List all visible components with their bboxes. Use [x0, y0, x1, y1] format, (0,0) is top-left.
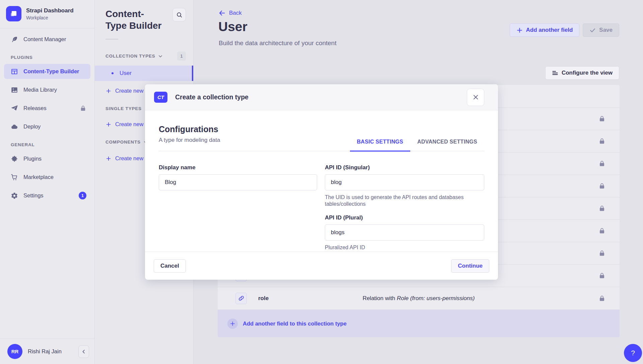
app-sidebar: Strapi Dashboard Workplace Content Manag…	[0, 0, 95, 364]
cancel-button[interactable]: Cancel	[154, 259, 186, 273]
create-collection-type-modal: CT Create a collection type Configuratio…	[145, 84, 498, 280]
page-subtitle: Build the data architecture of your cont…	[219, 39, 337, 47]
close-icon	[473, 94, 479, 100]
configurations-heading: Configurations	[159, 124, 220, 134]
plus-icon	[106, 156, 111, 161]
display-name-label: Display name	[159, 164, 317, 171]
relation-field-icon	[235, 293, 247, 304]
sidebar-item-settings[interactable]: Settings 1	[4, 188, 90, 203]
check-icon	[589, 27, 596, 33]
nav-section-label: PLUGINS	[4, 55, 90, 60]
back-link[interactable]: Back	[218, 9, 242, 17]
sidebar-item-content-type-builder[interactable]: Content-Type Builder	[4, 64, 90, 79]
section-label: COMPONENTS	[105, 140, 141, 145]
search-button[interactable]	[172, 8, 186, 21]
bullet-icon	[112, 72, 114, 74]
field-type: Relation withRole (from: users-permissio…	[363, 295, 475, 302]
modal-footer: Cancel Continue	[145, 252, 498, 280]
sidebar-item-label: Content-Type Builder	[23, 68, 86, 75]
configure-the-view-button[interactable]: Configure the view	[545, 66, 619, 80]
sidebar-item-label: Releases	[23, 105, 74, 111]
save-button[interactable]: Save	[583, 23, 619, 37]
api-id-singular-label: API ID (Singular)	[325, 164, 484, 171]
api-id-singular-help: The UID is used to generate the API rout…	[325, 194, 469, 207]
lock-icon	[598, 183, 605, 190]
plus-circle-icon	[227, 318, 238, 329]
sidebar-item-plugins[interactable]: Plugins	[4, 151, 90, 166]
sidebar-item-label: Content Manager	[23, 36, 86, 42]
chevron-down-icon	[158, 54, 163, 59]
lock-icon	[598, 160, 605, 167]
lock-icon	[80, 105, 86, 112]
page-title: User	[218, 19, 247, 34]
workspace-switcher[interactable]: Strapi Dashboard Workplace	[0, 0, 94, 28]
strapi-logo-icon	[6, 6, 21, 21]
settings-tabs: BASIC SETTINGS ADVANCED SETTINGS	[350, 134, 484, 151]
lock-icon	[598, 138, 605, 145]
api-id-plural-help: Pluralized API ID	[325, 244, 469, 251]
sidebar-user-footer: RR Rishi Raj Jain	[0, 339, 94, 364]
user-name: Rishi Raj Jain	[28, 348, 73, 355]
workspace-subtitle: Workplace	[26, 15, 74, 20]
api-id-plural-input[interactable]	[325, 224, 484, 241]
modal-header: CT Create a collection type	[145, 84, 498, 110]
sidebar-item-releases[interactable]: Releases	[4, 101, 90, 116]
save-label: Save	[599, 27, 613, 33]
modal-title: Create a collection type	[175, 93, 467, 101]
layout-icon	[11, 68, 18, 75]
plus-icon	[106, 122, 111, 127]
plus-icon	[516, 27, 523, 33]
content-type-badge: CT	[154, 92, 167, 103]
help-button[interactable]: ?	[624, 344, 642, 362]
add-another-field-button[interactable]: Add another field	[510, 23, 580, 37]
continue-button[interactable]: Continue	[451, 259, 489, 273]
sidebar-item-media-library[interactable]: Media Library	[4, 82, 90, 97]
sidebar-item-label: Settings	[23, 192, 73, 199]
lock-icon	[598, 205, 605, 212]
configure-view-label: Configure the view	[562, 70, 613, 76]
send-icon	[11, 105, 18, 112]
avatar[interactable]: RR	[7, 344, 22, 359]
workspace-title: Strapi Dashboard	[26, 7, 74, 14]
plus-icon	[106, 88, 111, 94]
nav-section-label: GENERAL	[4, 142, 90, 147]
sidebar-item-label: Marketplace	[23, 174, 86, 180]
lock-icon	[598, 272, 605, 279]
api-id-singular-input[interactable]	[325, 174, 484, 190]
section-label: COLLECTION TYPES	[105, 54, 155, 59]
list-icon	[552, 70, 558, 76]
sidebar-item-marketplace[interactable]: Marketplace	[4, 170, 90, 185]
close-modal-button[interactable]	[467, 89, 484, 106]
field-row-role[interactable]: role Relation withRole (from: users-perm…	[218, 287, 620, 310]
tab-basic-settings[interactable]: BASIC SETTINGS	[350, 134, 410, 152]
sidebar-item-label: Plugins	[23, 156, 86, 162]
sidebar-item-label: Media Library	[23, 87, 86, 93]
add-field-row[interactable]: Add another field to this collection typ…	[218, 310, 620, 337]
sidebar-item-content-manager[interactable]: Content Manager	[4, 32, 90, 47]
lock-icon	[598, 250, 605, 257]
collection-type-label: User	[120, 70, 132, 77]
add-field-label: Add another field	[526, 27, 573, 33]
display-name-input[interactable]	[159, 174, 317, 190]
field-name: role	[258, 295, 269, 302]
cloud-icon	[11, 123, 18, 130]
collection-type-item-user[interactable]: User	[95, 66, 193, 81]
add-field-row-label: Add another field to this collection typ…	[243, 321, 347, 327]
collapse-sidebar-button[interactable]	[78, 345, 89, 358]
tab-advanced-settings[interactable]: ADVANCED SETTINGS	[410, 134, 484, 152]
feather-icon	[11, 36, 18, 43]
collection-types-section-header[interactable]: COLLECTION TYPES 1	[95, 52, 193, 61]
sidebar-nav: Content Manager PLUGINS Content-Type Bui…	[0, 28, 94, 339]
search-icon	[176, 12, 183, 18]
title-rule	[105, 39, 118, 39]
section-label: SINGLE TYPES	[105, 106, 142, 111]
lock-icon	[598, 295, 605, 302]
lock-icon	[598, 227, 605, 235]
collection-types-count-badge: 1	[177, 52, 186, 61]
panel-title: Content-Type Builder	[105, 8, 162, 31]
sidebar-item-deploy[interactable]: Deploy	[4, 119, 90, 134]
chevron-left-icon	[81, 349, 87, 355]
api-id-plural-label: API ID (Plural)	[325, 214, 484, 221]
back-label: Back	[229, 10, 242, 16]
lock-icon	[598, 115, 605, 122]
